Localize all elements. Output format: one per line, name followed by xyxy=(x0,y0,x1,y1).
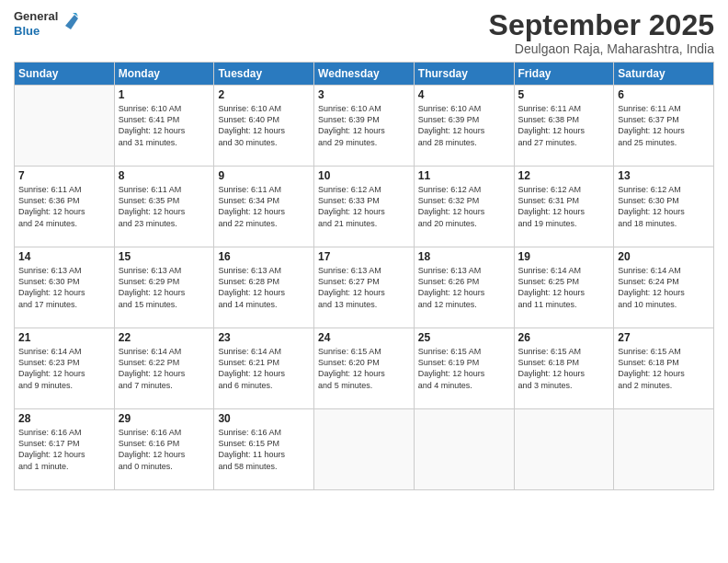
weekday-header: Wednesday xyxy=(314,63,415,86)
day-info: Sunrise: 6:13 AM Sunset: 6:26 PM Dayligh… xyxy=(418,265,510,310)
calendar-cell: 12Sunrise: 6:12 AM Sunset: 6:31 PM Dayli… xyxy=(514,167,614,247)
weekday-header: Friday xyxy=(514,63,614,86)
day-number: 23 xyxy=(218,331,310,344)
weekday-header: Sunday xyxy=(15,63,115,86)
day-number: 17 xyxy=(318,250,410,263)
day-info: Sunrise: 6:11 AM Sunset: 6:37 PM Dayligh… xyxy=(618,103,710,148)
day-number: 2 xyxy=(218,88,310,101)
calendar-cell: 21Sunrise: 6:14 AM Sunset: 6:23 PM Dayli… xyxy=(15,328,115,409)
calendar-cell: 9Sunrise: 6:11 AM Sunset: 6:34 PM Daylig… xyxy=(214,167,314,247)
calendar-cell: 6Sunrise: 6:11 AM Sunset: 6:37 PM Daylig… xyxy=(614,86,714,167)
day-info: Sunrise: 6:12 AM Sunset: 6:32 PM Dayligh… xyxy=(418,184,510,229)
calendar-cell: 27Sunrise: 6:15 AM Sunset: 6:18 PM Dayli… xyxy=(614,328,714,409)
calendar-cell: 3Sunrise: 6:10 AM Sunset: 6:39 PM Daylig… xyxy=(314,86,415,167)
calendar-cell: 5Sunrise: 6:11 AM Sunset: 6:38 PM Daylig… xyxy=(514,86,614,167)
day-number: 11 xyxy=(418,169,510,182)
day-info: Sunrise: 6:12 AM Sunset: 6:30 PM Dayligh… xyxy=(618,184,710,229)
calendar-cell: 15Sunrise: 6:13 AM Sunset: 6:29 PM Dayli… xyxy=(114,247,214,328)
day-number: 1 xyxy=(119,88,210,101)
calendar-cell: 4Sunrise: 6:10 AM Sunset: 6:39 PM Daylig… xyxy=(414,86,514,167)
day-number: 6 xyxy=(618,88,710,101)
day-info: Sunrise: 6:15 AM Sunset: 6:19 PM Dayligh… xyxy=(418,346,510,391)
calendar: SundayMondayTuesdayWednesdayThursdayFrid… xyxy=(14,62,714,490)
day-info: Sunrise: 6:15 AM Sunset: 6:18 PM Dayligh… xyxy=(518,346,610,391)
calendar-cell: 1Sunrise: 6:10 AM Sunset: 6:41 PM Daylig… xyxy=(114,86,214,167)
day-info: Sunrise: 6:11 AM Sunset: 6:36 PM Dayligh… xyxy=(18,184,110,229)
day-info: Sunrise: 6:13 AM Sunset: 6:29 PM Dayligh… xyxy=(119,265,210,310)
calendar-cell: 2Sunrise: 6:10 AM Sunset: 6:40 PM Daylig… xyxy=(214,86,314,167)
day-number: 24 xyxy=(318,331,410,344)
day-info: Sunrise: 6:15 AM Sunset: 6:18 PM Dayligh… xyxy=(618,346,710,391)
calendar-cell: 10Sunrise: 6:12 AM Sunset: 6:33 PM Dayli… xyxy=(314,167,415,247)
day-number: 27 xyxy=(618,331,710,344)
logo: General Blue xyxy=(14,9,80,38)
day-number: 13 xyxy=(618,169,710,182)
calendar-cell: 20Sunrise: 6:14 AM Sunset: 6:24 PM Dayli… xyxy=(614,247,714,328)
logo-icon xyxy=(62,11,80,33)
day-info: Sunrise: 6:10 AM Sunset: 6:41 PM Dayligh… xyxy=(119,103,210,148)
day-info: Sunrise: 6:11 AM Sunset: 6:35 PM Dayligh… xyxy=(119,184,210,229)
day-number: 3 xyxy=(318,88,410,101)
calendar-cell: 25Sunrise: 6:15 AM Sunset: 6:19 PM Dayli… xyxy=(414,328,514,409)
calendar-cell: 7Sunrise: 6:11 AM Sunset: 6:36 PM Daylig… xyxy=(15,167,115,247)
day-info: Sunrise: 6:11 AM Sunset: 6:34 PM Dayligh… xyxy=(218,184,310,229)
calendar-cell: 30Sunrise: 6:16 AM Sunset: 6:15 PM Dayli… xyxy=(214,409,314,490)
weekday-header: Saturday xyxy=(614,63,714,86)
calendar-cell xyxy=(314,409,415,490)
day-number: 18 xyxy=(418,250,510,263)
calendar-cell: 23Sunrise: 6:14 AM Sunset: 6:21 PM Dayli… xyxy=(214,328,314,409)
day-number: 22 xyxy=(119,331,210,344)
day-number: 12 xyxy=(518,169,610,182)
calendar-cell xyxy=(614,409,714,490)
day-number: 28 xyxy=(18,412,110,425)
day-number: 30 xyxy=(218,412,310,425)
calendar-cell: 28Sunrise: 6:16 AM Sunset: 6:17 PM Dayli… xyxy=(15,409,115,490)
day-info: Sunrise: 6:12 AM Sunset: 6:33 PM Dayligh… xyxy=(318,184,410,229)
day-number: 15 xyxy=(119,250,210,263)
calendar-cell: 26Sunrise: 6:15 AM Sunset: 6:18 PM Dayli… xyxy=(514,328,614,409)
calendar-cell xyxy=(15,86,115,167)
day-number: 29 xyxy=(119,412,210,425)
day-number: 21 xyxy=(18,331,110,344)
day-number: 19 xyxy=(518,250,610,263)
calendar-cell: 14Sunrise: 6:13 AM Sunset: 6:30 PM Dayli… xyxy=(15,247,115,328)
calendar-cell: 13Sunrise: 6:12 AM Sunset: 6:30 PM Dayli… xyxy=(614,167,714,247)
calendar-cell: 18Sunrise: 6:13 AM Sunset: 6:26 PM Dayli… xyxy=(414,247,514,328)
day-number: 14 xyxy=(18,250,110,263)
calendar-cell: 29Sunrise: 6:16 AM Sunset: 6:16 PM Dayli… xyxy=(114,409,214,490)
calendar-cell xyxy=(414,409,514,490)
day-number: 10 xyxy=(318,169,410,182)
day-number: 16 xyxy=(218,250,310,263)
month-title: September 2025 xyxy=(489,9,714,41)
calendar-cell: 22Sunrise: 6:14 AM Sunset: 6:22 PM Dayli… xyxy=(114,328,214,409)
day-number: 5 xyxy=(518,88,610,101)
day-info: Sunrise: 6:15 AM Sunset: 6:20 PM Dayligh… xyxy=(318,346,410,391)
calendar-cell: 19Sunrise: 6:14 AM Sunset: 6:25 PM Dayli… xyxy=(514,247,614,328)
day-info: Sunrise: 6:16 AM Sunset: 6:15 PM Dayligh… xyxy=(218,427,310,472)
day-info: Sunrise: 6:14 AM Sunset: 6:23 PM Dayligh… xyxy=(18,346,110,391)
calendar-cell xyxy=(514,409,614,490)
calendar-cell: 8Sunrise: 6:11 AM Sunset: 6:35 PM Daylig… xyxy=(114,167,214,247)
svg-marker-0 xyxy=(65,15,78,29)
day-info: Sunrise: 6:11 AM Sunset: 6:38 PM Dayligh… xyxy=(518,103,610,148)
logo-text: General Blue xyxy=(14,9,58,38)
day-number: 8 xyxy=(119,169,210,182)
calendar-cell: 24Sunrise: 6:15 AM Sunset: 6:20 PM Dayli… xyxy=(314,328,415,409)
calendar-cell: 11Sunrise: 6:12 AM Sunset: 6:32 PM Dayli… xyxy=(414,167,514,247)
weekday-header: Thursday xyxy=(414,63,514,86)
day-info: Sunrise: 6:13 AM Sunset: 6:30 PM Dayligh… xyxy=(18,265,110,310)
day-info: Sunrise: 6:14 AM Sunset: 6:21 PM Dayligh… xyxy=(218,346,310,391)
day-info: Sunrise: 6:13 AM Sunset: 6:28 PM Dayligh… xyxy=(218,265,310,310)
calendar-cell: 16Sunrise: 6:13 AM Sunset: 6:28 PM Dayli… xyxy=(214,247,314,328)
day-number: 7 xyxy=(18,169,110,182)
day-info: Sunrise: 6:14 AM Sunset: 6:24 PM Dayligh… xyxy=(618,265,710,310)
day-number: 4 xyxy=(418,88,510,101)
location: Deulgaon Raja, Maharashtra, India xyxy=(489,41,714,56)
day-info: Sunrise: 6:13 AM Sunset: 6:27 PM Dayligh… xyxy=(318,265,410,310)
day-info: Sunrise: 6:10 AM Sunset: 6:39 PM Dayligh… xyxy=(318,103,410,148)
day-info: Sunrise: 6:10 AM Sunset: 6:40 PM Dayligh… xyxy=(218,103,310,148)
title-block: September 2025 Deulgaon Raja, Maharashtr… xyxy=(489,9,714,56)
weekday-header: Tuesday xyxy=(214,63,314,86)
weekday-header: Monday xyxy=(114,63,214,86)
day-number: 9 xyxy=(218,169,310,182)
